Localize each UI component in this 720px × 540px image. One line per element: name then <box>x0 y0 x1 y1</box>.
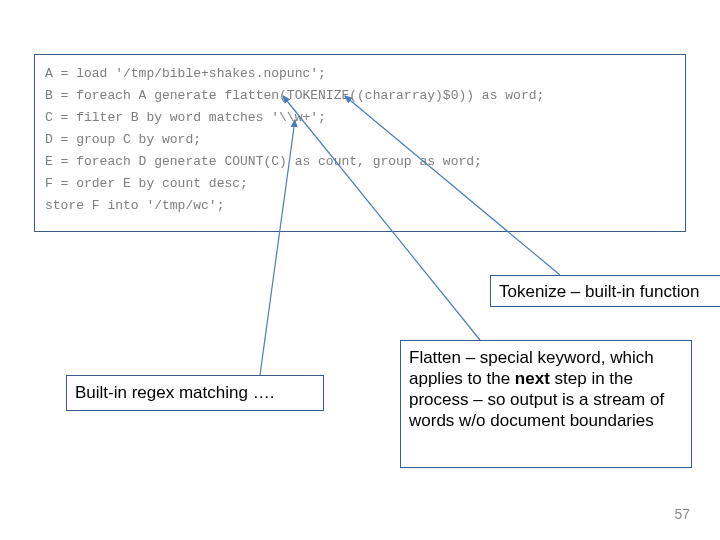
callout-flatten: Flatten – special keyword, which applies… <box>400 340 692 468</box>
code-line-f: F = order E by count desc; <box>45 173 675 195</box>
callout-regex-text: Built-in regex matching …. <box>75 383 274 402</box>
code-line-a: A = load '/tmp/bible+shakes.nopunc'; <box>45 63 675 85</box>
slide: A = load '/tmp/bible+shakes.nopunc'; B =… <box>0 0 720 540</box>
callout-tokenize-text: Tokenize – built-in function <box>499 282 699 301</box>
code-line-b: B = foreach A generate flatten(TOKENIZE(… <box>45 85 675 107</box>
callout-regex: Built-in regex matching …. <box>66 375 324 411</box>
code-block: A = load '/tmp/bible+shakes.nopunc'; B =… <box>34 54 686 232</box>
page-number: 57 <box>674 506 690 522</box>
code-line-store: store F into '/tmp/wc'; <box>45 195 675 217</box>
callout-tokenize: Tokenize – built-in function <box>490 275 720 307</box>
code-line-d: D = group C by word; <box>45 129 675 151</box>
code-line-e: E = foreach D generate COUNT(C) as count… <box>45 151 675 173</box>
callout-flatten-bold: next <box>515 369 550 388</box>
code-line-c: C = filter B by word matches '\\w+'; <box>45 107 675 129</box>
